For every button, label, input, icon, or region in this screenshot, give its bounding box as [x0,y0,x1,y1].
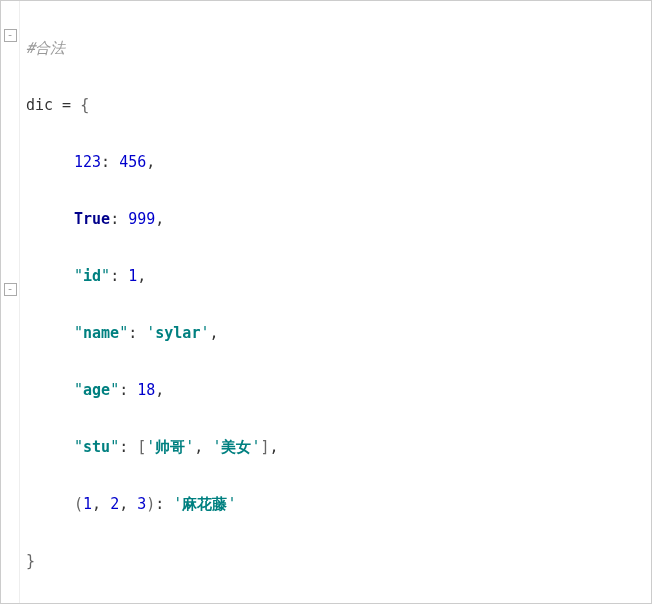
code-editor: - - #合法 dic = { 123: 456, True: 999, "id… [0,0,652,604]
code-line: (1, 2, 3): '麻花藤' [26,490,647,519]
code-line: "age": 18, [26,376,647,405]
comment: #合法 [26,39,65,57]
code-line: True: 999, [26,205,647,234]
code-line: #合法 [26,34,647,63]
code-line: dic = { [26,91,647,120]
code-area[interactable]: #合法 dic = { 123: 456, True: 999, "id": 1… [20,1,651,603]
code-line: } [26,547,647,576]
code-line: "id": 1, [26,262,647,291]
identifier: dic [26,96,53,114]
code-line: "stu": ['帅哥', '美女'], [26,433,647,462]
code-line: 123: 456, [26,148,647,177]
gutter: - - [1,1,20,603]
fold-toggle-icon[interactable]: - [4,29,17,42]
code-line: "name": 'sylar', [26,319,647,348]
fold-toggle-icon[interactable]: - [4,283,17,296]
